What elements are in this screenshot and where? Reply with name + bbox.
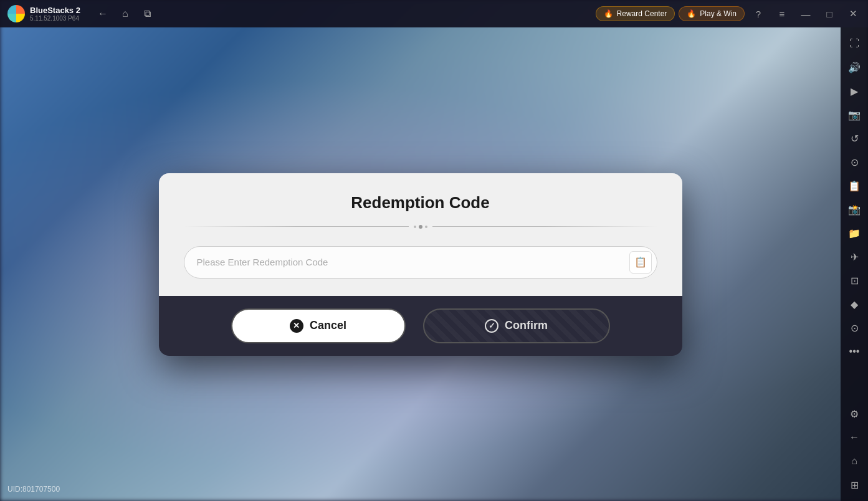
reward-center-button[interactable]: 🔥 Reward Center (596, 6, 675, 21)
play-win-label: Play & Win (700, 9, 737, 18)
divider-dot-1 (414, 226, 416, 228)
app-logo-area: BlueStacks 2 5.11.52.1003 P64 (0, 5, 88, 22)
close-button[interactable]: ✕ (843, 4, 863, 24)
tabs-button[interactable]: ⧉ (138, 4, 158, 24)
bluestacks-logo (7, 5, 25, 22)
topbar-right: 🔥 Reward Center 🔥 Play & Win ? ≡ — □ ✕ (591, 4, 868, 24)
home-button[interactable]: ⌂ (115, 4, 135, 24)
folder-icon[interactable]: 📁 (843, 222, 866, 244)
menu-button[interactable]: ≡ (772, 4, 792, 24)
settings-icon[interactable]: ⚙ (843, 403, 866, 425)
modal-divider (184, 225, 657, 229)
divider-line-right (432, 226, 657, 227)
grid-sidebar-icon[interactable]: ⊞ (843, 474, 866, 496)
airplane-icon[interactable]: ✈ (843, 246, 866, 268)
more-options-icon[interactable]: ••• (843, 340, 866, 363)
right-sidebar: ⛶ 🔊 ▶ 📷 ↺ ⊙ 📋 📸 📁 ✈ ⊡ ◆ ⊙ ••• ⚙ ← ⌂ ⊞ (841, 27, 868, 501)
back-sidebar-icon[interactable]: ← (843, 426, 866, 449)
features-icon[interactable]: ◆ (843, 293, 866, 315)
topbar: BlueStacks 2 5.11.52.1003 P64 ← ⌂ ⧉ 🔥 Re… (0, 0, 868, 27)
modal-title: Redemption Code (184, 193, 657, 212)
camera-icon[interactable]: 📸 (843, 198, 866, 221)
app-title-group: BlueStacks 2 5.11.52.1003 P64 (30, 6, 80, 22)
modal-bottom: ✕ Cancel ✓ Confirm (159, 296, 682, 356)
cancel-button[interactable]: ✕ Cancel (231, 308, 406, 343)
reward-center-label: Reward Center (617, 9, 667, 18)
home-sidebar-icon[interactable]: ⌂ (843, 450, 866, 472)
confirm-label: Confirm (505, 319, 548, 332)
gamepad-icon[interactable]: ⊙ (843, 151, 866, 173)
main-content: Redemption Code 📋 (0, 27, 841, 501)
cancel-icon: ✕ (290, 319, 303, 333)
play-win-icon: 🔥 (687, 9, 696, 18)
divider-dots (409, 225, 432, 229)
back-button[interactable]: ← (93, 4, 113, 24)
app-version: 5.11.52.1003 P64 (30, 15, 80, 22)
resize-icon[interactable]: ⊡ (843, 269, 866, 292)
clipboard-icon: 📋 (634, 256, 647, 268)
reward-icon: 🔥 (604, 9, 613, 18)
rotate-icon[interactable]: ↺ (843, 127, 866, 150)
macro-icon[interactable]: 📋 (843, 174, 866, 197)
location-icon[interactable]: ⊙ (843, 317, 866, 339)
redemption-input-wrapper[interactable]: 📋 (184, 246, 657, 279)
video-record-icon[interactable]: ▶ (843, 80, 866, 102)
divider-dot-3 (425, 226, 427, 228)
redemption-code-input[interactable] (197, 257, 624, 267)
clipboard-button[interactable]: 📋 (629, 251, 652, 274)
confirm-button[interactable]: ✓ Confirm (423, 308, 610, 343)
app-name: BlueStacks 2 (30, 6, 80, 15)
divider-dot-2 (419, 225, 422, 229)
confirm-checkmark-icon: ✓ (485, 319, 498, 333)
divider-line-left (184, 226, 409, 227)
fullscreen-icon[interactable]: ⛶ (843, 32, 866, 55)
redemption-modal: Redemption Code 📋 (159, 173, 682, 356)
cancel-label: Cancel (310, 319, 346, 332)
maximize-button[interactable]: □ (819, 4, 839, 24)
play-win-button[interactable]: 🔥 Play & Win (679, 6, 745, 21)
minimize-button[interactable]: — (796, 4, 816, 24)
modal-top: Redemption Code 📋 (159, 173, 682, 296)
help-button[interactable]: ? (748, 4, 768, 24)
topbar-nav: ← ⌂ ⧉ (88, 4, 163, 24)
modal-overlay: Redemption Code 📋 (0, 27, 841, 501)
screenshot-icon[interactable]: 📷 (843, 103, 866, 126)
sound-icon[interactable]: 🔊 (843, 56, 866, 79)
